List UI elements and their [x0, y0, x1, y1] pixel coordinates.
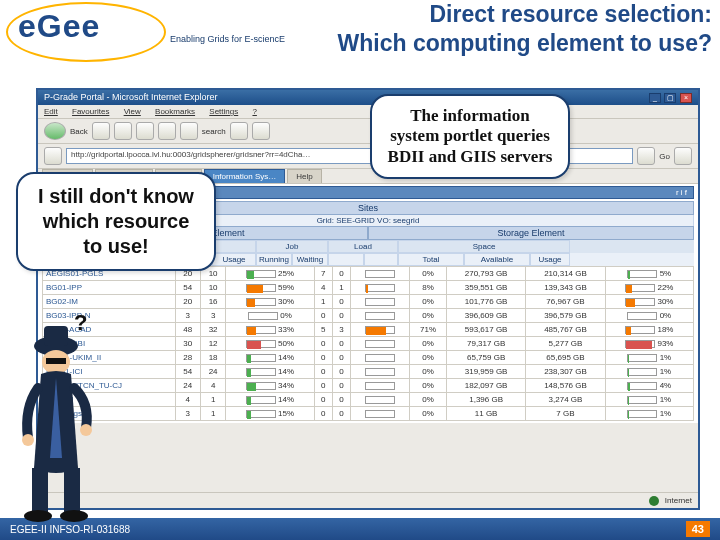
- col-cpu-usage: Usage: [212, 253, 256, 266]
- favorites-button[interactable]: [230, 122, 248, 140]
- table-row[interactable]: RO-03-UTCN_TU-CJ244 34%000%182,097 GB148…: [43, 379, 694, 393]
- cell-se-total: 182,097 GB: [446, 379, 525, 393]
- cell-se-total: 270,793 GB: [446, 267, 525, 281]
- home-button[interactable]: [158, 122, 176, 140]
- table-row[interactable]: BG03-IPP-N33 0%000%396,609 GB396,579 GB …: [43, 309, 694, 323]
- cell-se-usage: 0%: [605, 309, 693, 323]
- maximize-icon[interactable]: ▢: [664, 93, 676, 103]
- cell-name: BG01-IPP: [43, 281, 176, 295]
- svg-rect-1: [44, 326, 68, 346]
- table-row[interactable]: tubby.logs31 15%000%11 GB7 GB 1%: [43, 407, 694, 421]
- tab-infosys[interactable]: Information Sys…: [204, 169, 286, 183]
- table-row[interactable]: SZTAKI41 14%000%1,396 GB3,274 GB 1%: [43, 393, 694, 407]
- browser-toolbar: Back search: [38, 119, 698, 144]
- cell-waiting: 0: [332, 309, 350, 323]
- page-number: 43: [686, 521, 710, 537]
- cell-cpu-free: 1: [200, 407, 225, 421]
- table-row[interactable]: HR-01-RBI3012 50%000%79,317 GB5,277 GB 9…: [43, 337, 694, 351]
- cell-cpu-total: 30: [175, 337, 200, 351]
- col-se-total: Total: [398, 253, 464, 266]
- cell-se-usage: 22%: [605, 281, 693, 295]
- back-button[interactable]: [44, 122, 66, 140]
- svg-point-7: [60, 510, 88, 522]
- cell-waiting: 0: [332, 393, 350, 407]
- group-load: Load: [328, 240, 398, 253]
- table-row[interactable]: BG04-ACAD4832 33%5371%593,617 GB485,767 …: [43, 323, 694, 337]
- cell-se-total: 359,551 GB: [446, 281, 525, 295]
- cell-load-bar: [351, 267, 410, 281]
- cell-cpu-usage: 34%: [226, 379, 314, 393]
- cell-cpu-total: 28: [175, 351, 200, 365]
- cell-load-pct: 0%: [410, 267, 447, 281]
- cell-load-bar: [351, 407, 410, 421]
- cell-load-pct: 0%: [410, 309, 447, 323]
- cell-load-pct: 0%: [410, 393, 447, 407]
- browser-menubar: Edit Favourites View Bookmarks Settings …: [38, 105, 698, 119]
- cell-waiting: 0: [332, 407, 350, 421]
- menu-item[interactable]: ?: [252, 107, 256, 116]
- menu-item[interactable]: Favourites: [72, 107, 109, 116]
- tab-help[interactable]: Help: [287, 169, 321, 183]
- cell-cpu-usage: 14%: [226, 351, 314, 365]
- cell-load-pct: 0%: [410, 295, 447, 309]
- links-button[interactable]: [674, 147, 692, 165]
- cell-waiting: 0: [332, 351, 350, 365]
- cell-cpu-free: 24: [200, 365, 225, 379]
- callout-right: The information system portlet queries B…: [370, 94, 570, 179]
- resource-table: AEGIS01-PGLS2010 25%700%270,793 GB210,31…: [42, 266, 694, 421]
- col-load-bar: [328, 253, 364, 266]
- stop-button[interactable]: [114, 122, 132, 140]
- menu-item[interactable]: Bookmarks: [155, 107, 195, 116]
- cell-load-pct: 0%: [410, 365, 447, 379]
- cell-cpu-free: 10: [200, 281, 225, 295]
- cell-running: 1: [314, 295, 332, 309]
- cell-se-avail: 5,277 GB: [526, 337, 605, 351]
- cell-cpu-usage: 25%: [226, 267, 314, 281]
- col-waiting: Waiting: [292, 253, 328, 266]
- cell-cpu-total: 3: [175, 407, 200, 421]
- close-icon[interactable]: ×: [680, 93, 692, 103]
- cell-se-avail: 396,579 GB: [526, 309, 605, 323]
- table-row[interactable]: BG02-IM2016 30%100%101,776 GB76,967 GB 3…: [43, 295, 694, 309]
- menu-item[interactable]: Edit: [44, 107, 58, 116]
- refresh-button[interactable]: [136, 122, 154, 140]
- table-row[interactable]: RO-01-ICI5424 14%000%319,959 GB238,307 G…: [43, 365, 694, 379]
- title-line2: Which computing element to use?: [338, 30, 712, 56]
- address-row: http://gridportal.lpocca.lvl.hu:0003/gri…: [38, 144, 698, 169]
- forward-button[interactable]: [92, 122, 110, 140]
- cell-cpu-usage: 0%: [226, 309, 314, 323]
- go-button[interactable]: [637, 147, 655, 165]
- cell-cpu-free: 18: [200, 351, 225, 365]
- menu-item[interactable]: View: [124, 107, 141, 116]
- cell-running: 7: [314, 267, 332, 281]
- table-row[interactable]: BG01-IPP5410 59%418%359,551 GB139,343 GB…: [43, 281, 694, 295]
- portlet-controls[interactable]: r i f: [676, 188, 687, 197]
- cell-name: BG02-IM: [43, 295, 176, 309]
- search-icon[interactable]: [180, 122, 198, 140]
- cell-load-pct: 0%: [410, 351, 447, 365]
- cell-se-usage: 4%: [605, 379, 693, 393]
- cell-cpu-total: 54: [175, 365, 200, 379]
- history-button[interactable]: [252, 122, 270, 140]
- svg-rect-5: [64, 468, 80, 512]
- cell-se-avail: 148,576 GB: [526, 379, 605, 393]
- cell-load-bar: [351, 309, 410, 323]
- callout-left: I still don't know which resource to use…: [16, 172, 216, 271]
- table-row[interactable]: MK-11-UKIM_II2818 14%000%65,759 GB65,695…: [43, 351, 694, 365]
- minimize-icon[interactable]: _: [649, 93, 661, 103]
- cell-se-avail: 7 GB: [526, 407, 605, 421]
- cell-waiting: 0: [332, 295, 350, 309]
- cell-waiting: 0: [332, 267, 350, 281]
- cell-se-total: 396,609 GB: [446, 309, 525, 323]
- internet-zone-icon: [649, 496, 659, 506]
- cell-cpu-usage: 14%: [226, 393, 314, 407]
- cell-load-bar: [351, 379, 410, 393]
- back-label: Back: [70, 127, 88, 136]
- logo: eGee: [6, 2, 166, 72]
- col-se-usage: Usage: [530, 253, 570, 266]
- cell-running: 0: [314, 379, 332, 393]
- menu-item[interactable]: Settings: [209, 107, 238, 116]
- cell-cpu-usage: 50%: [226, 337, 314, 351]
- cell-se-total: 11 GB: [446, 407, 525, 421]
- cell-running: 0: [314, 393, 332, 407]
